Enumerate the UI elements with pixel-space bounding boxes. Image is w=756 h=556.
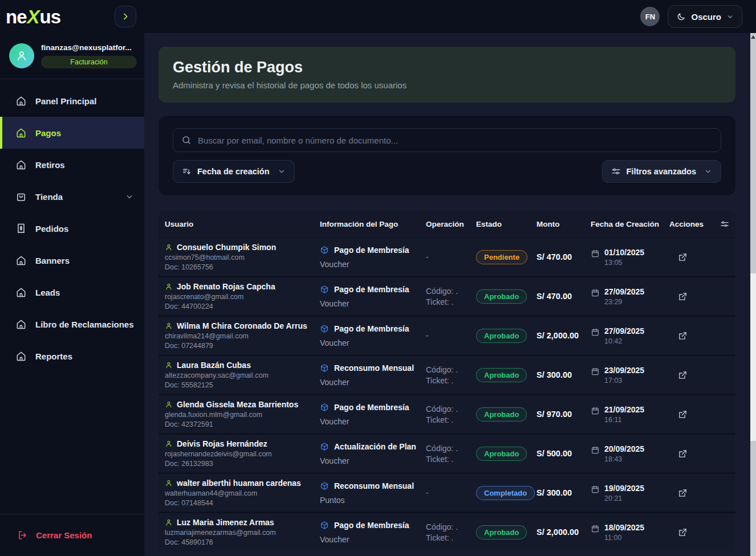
payment-method: Voucher — [320, 299, 426, 308]
cube-icon — [320, 442, 329, 451]
logout-button[interactable]: Cerrar Sesión — [0, 514, 144, 556]
sidebar-item-label: Pagos — [35, 128, 61, 138]
cube-icon — [320, 521, 329, 530]
date-value: 23/09/2025 — [604, 366, 644, 375]
logo-post: us — [40, 6, 61, 27]
amount-value: S/ 470.00 — [536, 252, 591, 261]
user-name: Luz Maria Jimenez Armas — [177, 518, 274, 527]
payment-title: Pago de Membresía — [334, 246, 409, 255]
external-link-icon[interactable] — [678, 449, 688, 459]
sidebar-collapse-button[interactable] — [115, 6, 136, 27]
advanced-filters-label: Filtros avanzados — [627, 167, 696, 176]
date-cell: 19/09/2025 20:21 — [591, 484, 669, 502]
user-name: Deivis Rojas Hernández — [177, 439, 267, 448]
user-name: walter alberthi huaman cardenas — [177, 479, 301, 488]
search-input[interactable] — [198, 136, 713, 145]
operation-ticket: Ticket: . — [426, 297, 476, 306]
calendar-icon — [591, 328, 600, 337]
table-row[interactable]: Wilma M Chira Coronado De Arrus chiravil… — [158, 317, 735, 354]
theme-label: Oscuro — [691, 12, 721, 22]
sort-icon — [182, 167, 192, 177]
status-cell: Completado — [476, 486, 536, 500]
person-icon — [165, 440, 173, 448]
time-value: 17:03 — [604, 377, 644, 385]
chevron-down-icon — [278, 167, 286, 175]
payment-method: Voucher — [320, 260, 426, 269]
date-cell: 27/09/2025 10:42 — [591, 326, 669, 345]
sidebar-item-leads[interactable]: Leads — [0, 276, 144, 308]
profile-avatar[interactable] — [9, 43, 34, 68]
sidebar-item-libro-de-reclamaciones[interactable]: Libro de Reclamaciones — [0, 308, 144, 340]
sidebar-item-banners[interactable]: Banners — [0, 244, 144, 276]
amount-value: S/ 300.00 — [536, 370, 591, 379]
user-cell: Deivis Rojas Hernández rojashernandezdei… — [165, 439, 320, 468]
sidebar-item-reportes[interactable]: Reportes — [0, 340, 144, 372]
user-doc: Doc: 45890176 — [165, 538, 320, 546]
sidebar-item-pedidos[interactable]: Pedidos — [0, 212, 144, 244]
time-value: 18:43 — [604, 455, 644, 463]
page-title: Gestión de Pagos — [173, 59, 721, 76]
status-badge: Aprobado — [476, 525, 527, 539]
external-link-icon[interactable] — [678, 252, 688, 262]
user-doc: Doc: 07244879 — [165, 342, 320, 350]
table-row[interactable]: Glenda Gissela Meza Barrientos glenda.fu… — [158, 395, 735, 433]
operation-ticket: Ticket: . — [426, 455, 476, 464]
time-value: 23:29 — [604, 298, 644, 306]
user-email: rojashernandezdeivis@gmail.com — [165, 450, 320, 458]
external-link-icon[interactable] — [678, 488, 688, 498]
date-value: 18/09/2025 — [604, 523, 644, 532]
home-icon — [15, 127, 27, 138]
sidebar-item-tienda[interactable]: Tienda — [0, 181, 144, 212]
payment-info-cell: Pago de Membresía Voucher — [320, 521, 426, 544]
table-row[interactable]: walter alberthi huaman cardenas walterhu… — [158, 474, 735, 512]
calendar-icon — [591, 249, 600, 258]
payment-info-cell: Reconsumo Mensual Puntos — [320, 481, 426, 505]
date-cell: 27/09/2025 23:29 — [591, 287, 669, 306]
scrollbar-thumb[interactable] — [750, 273, 756, 441]
external-link-icon[interactable] — [678, 410, 688, 419]
user-avatar[interactable]: FN — [640, 7, 660, 26]
page-scrollbar[interactable] — [750, 33, 756, 556]
user-doc: Doc: 44700224 — [165, 302, 320, 310]
theme-toggle-button[interactable]: Oscuro — [668, 5, 742, 28]
status-badge: Pendiente — [476, 250, 527, 264]
table-row[interactable]: Laura Bazán Cubas altezzacompany.sac@gma… — [158, 356, 735, 394]
operation-codigo: Código: . — [426, 287, 476, 296]
table-row[interactable]: Job Renato Rojas Capcha rojascrenato@gma… — [158, 277, 735, 315]
table-row[interactable]: Deivis Rojas Hernández rojashernandezdei… — [158, 435, 735, 472]
sliders-icon — [720, 220, 729, 229]
operation-dash: - — [426, 488, 476, 497]
operation-code: Código: . Ticket: . — [426, 365, 476, 385]
external-link-icon[interactable] — [678, 331, 688, 341]
sort-by-button[interactable]: Fecha de creación — [173, 160, 295, 183]
sidebar-item-pagos[interactable]: Pagos — [0, 117, 144, 149]
sidebar-item-retiros[interactable]: Retiros — [0, 149, 144, 181]
external-link-icon[interactable] — [678, 292, 688, 301]
payment-title: Pago de Membresía — [334, 403, 409, 412]
actions-cell — [669, 528, 713, 537]
user-doc: Doc: 42372591 — [165, 420, 320, 428]
column-header-usuario: Usuario — [165, 220, 320, 228]
search-icon — [181, 135, 192, 145]
payment-title: Actualización de Plan — [334, 442, 416, 451]
search-box — [173, 128, 721, 152]
filter-card: Fecha de creación Filtros avanzados — [158, 116, 735, 195]
operation-cell: Código: . Ticket: . — [426, 403, 476, 426]
table-row[interactable]: Consuelo Chumpik Simon ccsimon75@hotmail… — [158, 238, 735, 276]
external-link-icon[interactable] — [678, 370, 688, 380]
external-link-icon[interactable] — [678, 528, 688, 537]
operation-codigo: Código: . — [426, 404, 476, 414]
status-badge: Completado — [476, 486, 535, 500]
sidebar-item-panel-principal[interactable]: Panel Principal — [0, 85, 144, 117]
status-badge: Aprobado — [476, 407, 527, 422]
operation-codigo: Código: . — [426, 444, 476, 453]
operation-cell: Código: . Ticket: . — [426, 521, 476, 544]
cube-icon — [320, 481, 329, 490]
scrollbar-up-arrow[interactable] — [751, 35, 755, 39]
column-settings-button[interactable] — [720, 220, 729, 229]
user-name: Wilma M Chira Coronado De Arrus — [177, 321, 307, 330]
table-row[interactable]: Luz Maria Jimenez Armas luzmariajimeneza… — [158, 513, 735, 551]
advanced-filters-button[interactable]: Filtros avanzados — [602, 160, 721, 183]
person-icon — [165, 283, 173, 291]
amount-value: S/ 470.00 — [536, 292, 591, 301]
